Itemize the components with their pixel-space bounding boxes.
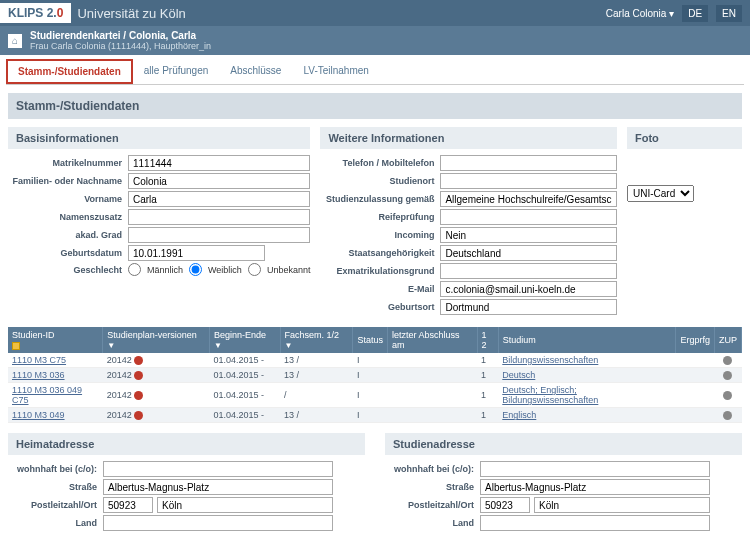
sort-down-icon: ▼ [214, 341, 222, 350]
status-dot-icon [134, 411, 143, 420]
zup-dot-icon [723, 356, 732, 365]
th-plan[interactable]: Studienplan-versionen ▼ [103, 327, 210, 353]
radio-unbekannt[interactable] [248, 263, 261, 276]
breadcrumb-bar: ⌂ Studierendenkartei / Colonia, Carla Fr… [0, 26, 750, 55]
input-geburt[interactable] [128, 245, 265, 261]
th-zup[interactable]: ZUP [714, 327, 741, 353]
zup-dot-icon [723, 411, 732, 420]
input-nachname[interactable] [128, 173, 310, 189]
input-reife[interactable] [440, 209, 617, 225]
studien-id-link[interactable]: 1110 M3 C75 [12, 355, 66, 365]
input-heimat-strasse[interactable] [103, 479, 333, 495]
studium-link[interactable]: Bildungswissenschaften [502, 355, 598, 365]
zup-dot-icon [723, 391, 732, 400]
input-vorname[interactable] [128, 191, 310, 207]
tab-pruefungen[interactable]: alle Prüfungen [133, 59, 220, 84]
th-beginn[interactable]: Beginn-Ende ▼ [209, 327, 280, 353]
th-studium[interactable]: Studium [498, 327, 676, 353]
lang-de[interactable]: DE [682, 5, 708, 22]
home-icon[interactable]: ⌂ [8, 34, 22, 48]
input-staat[interactable] [440, 245, 617, 261]
input-heimat-ort[interactable] [157, 497, 333, 513]
th-erg[interactable]: Ergprfg [676, 327, 715, 353]
label-exmat: Exmatrikulationsgrund [320, 266, 440, 276]
input-studien-ort[interactable] [534, 497, 710, 513]
table-row: 1110 M3 C7520142 01.04.2015 -13 /I1Bildu… [8, 353, 742, 368]
input-matrikel[interactable] [128, 155, 310, 171]
input-studienort[interactable] [440, 173, 617, 189]
label-studienort: Studienort [320, 176, 440, 186]
radio-weiblich[interactable] [189, 263, 202, 276]
label-matrikel: Matrikelnummer [8, 158, 128, 168]
input-heimat-co[interactable] [103, 461, 333, 477]
input-akadgrad[interactable] [128, 227, 310, 243]
label-studien-strasse: Straße [385, 482, 480, 492]
studien-id-link[interactable]: 1110 M3 036 [12, 370, 65, 380]
app-logo: KLIPS 2.0 [0, 3, 71, 23]
tab-stammdaten[interactable]: Stamm-/Studiendaten [6, 59, 133, 84]
label-zulass: Studienzulassung gemäß [320, 194, 440, 204]
tab-lvteilnahmen[interactable]: LV-Teilnahmen [292, 59, 379, 84]
label-heimat-land: Land [8, 518, 103, 528]
label-geschlecht: Geschlecht [8, 265, 128, 275]
input-incoming[interactable] [440, 227, 617, 243]
studien-id-link[interactable]: 1110 M3 049 [12, 410, 65, 420]
label-akadgrad: akad. Grad [8, 230, 128, 240]
input-studien-co[interactable] [480, 461, 710, 477]
sort-icon[interactable] [12, 342, 20, 350]
th-id[interactable]: Studien-ID [8, 327, 103, 353]
status-dot-icon [134, 391, 143, 400]
studium-link[interactable]: Deutsch [502, 370, 535, 380]
studien-id-link[interactable]: 1110 M3 036 049 C75 [12, 385, 82, 405]
section-basis: Basisinformationen [8, 127, 310, 149]
label-studien-co: wohnhaft bei (c/o): [385, 464, 480, 474]
sort-down-icon: ▼ [107, 341, 115, 350]
input-heimat-plz[interactable] [103, 497, 153, 513]
label-email: E-Mail [320, 284, 440, 294]
label-reife: Reifeprüfung [320, 212, 440, 222]
user-menu[interactable]: Carla Colonia ▾ [606, 8, 674, 19]
lang-en[interactable]: EN [716, 5, 742, 22]
page-title: Stamm-/Studiendaten [8, 93, 742, 119]
label-telefon: Telefon / Mobiltelefon [320, 158, 440, 168]
label-heimat-co: wohnhaft bei (c/o): [8, 464, 103, 474]
zup-dot-icon [723, 371, 732, 380]
status-dot-icon [134, 356, 143, 365]
breadcrumb-sub: Frau Carla Colonia (1111444), Haupthörer… [30, 41, 211, 51]
university-name: Universität zu Köln [77, 6, 185, 21]
input-namenszusatz[interactable] [128, 209, 310, 225]
label-namenszusatz: Namenszusatz [8, 212, 128, 222]
studien-table: Studien-ID Studienplan-versionen ▼ Begin… [8, 327, 742, 423]
breadcrumb-title: Studierendenkartei / Colonia, Carla [30, 30, 211, 41]
studium-link[interactable]: Englisch [502, 410, 536, 420]
input-exmat[interactable] [440, 263, 617, 279]
tab-abschluesse[interactable]: Abschlüsse [219, 59, 292, 84]
table-row: 1110 M3 03620142 01.04.2015 -13 /I1Deuts… [8, 368, 742, 383]
section-heimat: Heimatadresse [8, 433, 365, 455]
input-email[interactable] [440, 281, 617, 297]
input-zulass[interactable] [440, 191, 617, 207]
label-incoming: Incoming [320, 230, 440, 240]
th-12[interactable]: 1 2 [477, 327, 498, 353]
tab-bar: Stamm-/Studiendaten alle Prüfungen Absch… [6, 59, 744, 85]
section-foto: Foto [627, 127, 742, 149]
label-gebort: Geburtsort [320, 302, 440, 312]
select-foto[interactable]: UNI-Card [627, 185, 694, 202]
label-studien-land: Land [385, 518, 480, 528]
radio-maennlich[interactable] [128, 263, 141, 276]
input-studien-plz[interactable] [480, 497, 530, 513]
label-nachname: Familien- oder Nachname [8, 176, 128, 186]
th-status[interactable]: Status [353, 327, 388, 353]
input-studien-land[interactable] [480, 515, 710, 531]
sort-down-icon: ▼ [285, 341, 293, 350]
input-gebort[interactable] [440, 299, 617, 315]
input-telefon[interactable] [440, 155, 617, 171]
th-fachsem[interactable]: Fachsem. 1/2 ▼ [280, 327, 353, 353]
input-studien-strasse[interactable] [480, 479, 710, 495]
th-abschl[interactable]: letzter Abschluss am [387, 327, 477, 353]
label-studien-plz: Postleitzahl/Ort [385, 500, 480, 510]
label-heimat-strasse: Straße [8, 482, 103, 492]
table-row: 1110 M3 04920142 01.04.2015 -13 /I1Engli… [8, 408, 742, 423]
studium-link[interactable]: Deutsch; Englisch; Bildungswissenschafte… [502, 385, 598, 405]
input-heimat-land[interactable] [103, 515, 333, 531]
